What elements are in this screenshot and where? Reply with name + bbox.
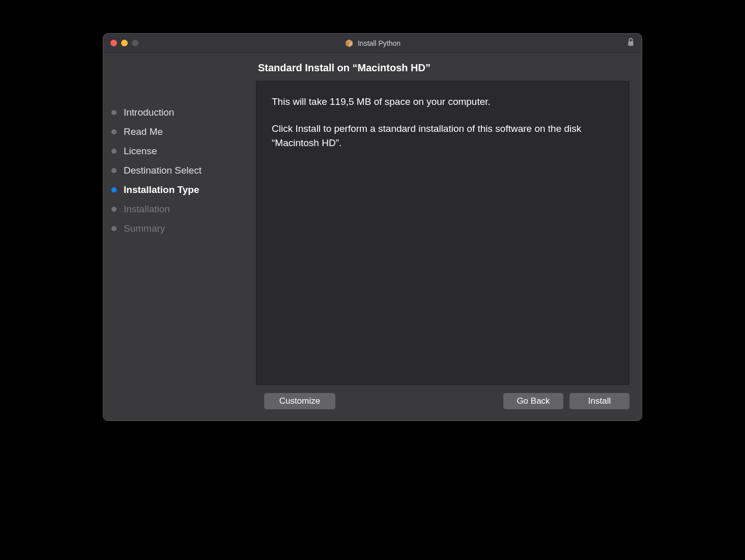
window-title: Install Python [358, 39, 400, 47]
sidebar: Introduction Read Me License Destination… [103, 53, 256, 393]
right-panel: Standard Install on “Macintosh HD” This … [256, 53, 642, 393]
sidebar-item-label: Installation Type [124, 184, 199, 195]
space-info-text: This will take 119,5 MB of space on your… [272, 95, 614, 109]
package-icon [345, 39, 354, 48]
minimize-button[interactable] [121, 40, 128, 46]
go-back-button[interactable]: Go Back [503, 393, 563, 409]
window-title-container: Install Python [345, 39, 400, 48]
panel-heading: Standard Install on “Macintosh HD” [256, 62, 629, 81]
sidebar-item-destination: Destination Select [111, 161, 256, 180]
sidebar-item-label: Summary [124, 223, 165, 234]
installer-window: Install Python Introduction Read Me [103, 33, 642, 421]
bullet-icon [111, 110, 117, 115]
bullet-icon [111, 226, 117, 231]
sidebar-item-installation-type: Installation Type [111, 180, 256, 200]
button-bar: Customize Go Back Install [103, 393, 642, 421]
lock-icon[interactable] [627, 38, 635, 49]
sidebar-item-readme: Read Me [111, 122, 256, 142]
sidebar-item-introduction: Introduction [111, 103, 256, 122]
bullet-icon [111, 207, 117, 212]
bullet-icon [111, 149, 117, 154]
bullet-icon [111, 187, 117, 192]
sidebar-item-label: Destination Select [124, 165, 202, 176]
sidebar-item-label: License [124, 146, 157, 157]
sidebar-item-summary: Summary [111, 219, 256, 238]
close-button[interactable] [110, 40, 117, 46]
main-area: Introduction Read Me License Destination… [103, 53, 642, 393]
maximize-button[interactable] [132, 40, 138, 46]
install-button[interactable]: Install [569, 393, 629, 409]
traffic-lights [103, 40, 138, 46]
titlebar: Install Python [103, 34, 642, 53]
content-box: This will take 119,5 MB of space on your… [256, 81, 629, 385]
bullet-icon [111, 168, 117, 173]
customize-button[interactable]: Customize [264, 393, 335, 409]
content-area: Introduction Read Me License Destination… [103, 53, 642, 421]
sidebar-item-label: Installation [124, 204, 170, 215]
sidebar-item-label: Read Me [124, 126, 163, 137]
install-instruction-text: Click Install to perform a standard inst… [272, 122, 614, 151]
spacer [341, 393, 497, 409]
sidebar-item-license: License [111, 142, 256, 161]
sidebar-item-label: Introduction [124, 107, 174, 118]
svg-rect-0 [628, 41, 634, 46]
bullet-icon [111, 129, 117, 134]
sidebar-item-installation: Installation [111, 200, 256, 219]
